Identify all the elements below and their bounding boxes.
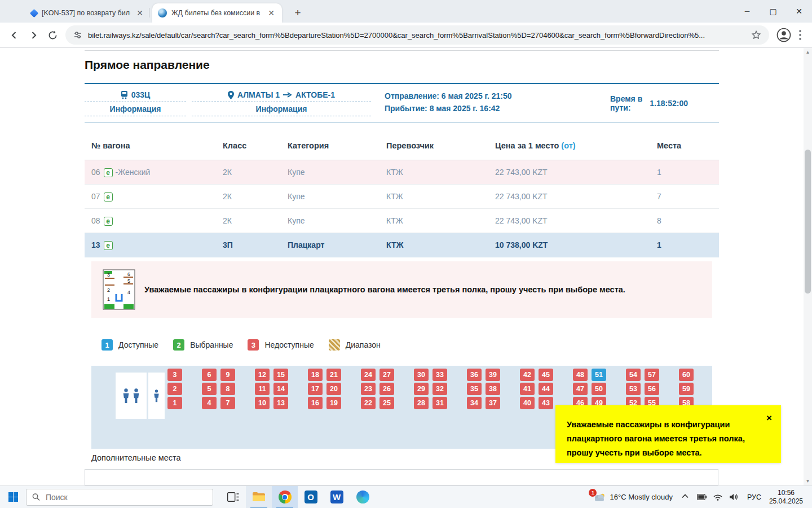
site-info-icon[interactable] (73, 30, 82, 40)
seat-36[interactable]: 36 (467, 369, 482, 381)
seat-60[interactable]: 60 (679, 369, 694, 381)
route-info-link[interactable]: Информация (192, 102, 371, 116)
seat-3[interactable]: 3 (167, 369, 182, 381)
word-button[interactable]: W (324, 486, 350, 508)
seat-48[interactable]: 48 (573, 369, 588, 381)
table-row[interactable]: 13e3ППлацкартКТЖ10 738,00 KZT1 (85, 233, 719, 257)
seat-5[interactable]: 5 (202, 383, 217, 395)
volume-icon[interactable] (729, 493, 738, 501)
weather-widget[interactable]: 1 16°C Mostly cloudy (593, 493, 672, 502)
seat-2[interactable]: 2 (167, 383, 182, 395)
table-row[interactable]: 06e-Женский2ККупеКТЖ22 743,00 KZT1 (85, 160, 719, 185)
train-number-link[interactable]: 033Ц (85, 88, 186, 102)
seat-57[interactable]: 57 (645, 369, 659, 381)
maximize-button[interactable]: ▢ (760, 0, 786, 23)
network-icon[interactable] (713, 494, 722, 501)
seat-47[interactable]: 47 (573, 383, 588, 395)
tooltip-close-icon[interactable]: × (766, 411, 772, 425)
seat-31[interactable]: 31 (433, 397, 447, 409)
chrome-button[interactable] (272, 486, 298, 508)
url-text[interactable]: bilet.railways.kz/sale/default/car/searc… (88, 31, 751, 40)
scroll-down-icon[interactable]: ▼ (804, 479, 812, 484)
edge-button[interactable] (350, 486, 376, 508)
seat-9[interactable]: 9 (220, 369, 235, 381)
start-button[interactable] (0, 486, 26, 508)
seat-6[interactable]: 6 (202, 369, 217, 381)
close-window-button[interactable]: ✕ (786, 0, 812, 23)
seat-29[interactable]: 29 (414, 383, 429, 395)
taskbar-clock[interactable]: 10:56 25.04.2025 (769, 489, 803, 506)
seat-15[interactable]: 15 (273, 369, 288, 381)
minimize-button[interactable]: ─ (734, 0, 760, 23)
profile-avatar[interactable] (775, 26, 793, 44)
seat-33[interactable]: 33 (433, 369, 447, 381)
task-view-button[interactable] (220, 486, 246, 508)
seat-59[interactable]: 59 (679, 383, 694, 395)
bookmark-star-icon[interactable] (751, 30, 761, 40)
tab-close-icon[interactable]: ✕ (266, 8, 276, 17)
taskbar-search[interactable] (26, 489, 213, 506)
page-scrollbar[interactable]: ▲ ▼ (804, 48, 812, 485)
tab-close-icon[interactable]: ✕ (135, 8, 145, 17)
seat-41[interactable]: 41 (520, 383, 535, 395)
seat-40[interactable]: 40 (520, 397, 535, 409)
seat-44[interactable]: 44 (539, 383, 553, 395)
seat-7[interactable]: 7 (220, 397, 235, 409)
browser-menu-icon[interactable] (793, 26, 807, 44)
seat-16[interactable]: 16 (308, 397, 323, 409)
seat-10[interactable]: 10 (255, 397, 270, 409)
seat-34[interactable]: 34 (467, 397, 482, 409)
seat-24[interactable]: 24 (361, 369, 376, 381)
new-tab-button[interactable]: + (290, 5, 306, 21)
seat-1[interactable]: 1 (167, 397, 182, 409)
seat-18[interactable]: 18 (308, 369, 323, 381)
scroll-up-icon[interactable]: ▲ (804, 50, 812, 55)
seat-32[interactable]: 32 (433, 383, 447, 395)
seat-20[interactable]: 20 (326, 383, 341, 395)
table-row[interactable]: 07e2ККупеКТЖ22 743,00 KZT7 (85, 185, 719, 209)
back-button[interactable] (5, 25, 24, 45)
table-row[interactable]: 08e2ККупеКТЖ22 743,00 KZT8 (85, 209, 719, 233)
seat-30[interactable]: 30 (414, 369, 429, 381)
seat-23[interactable]: 23 (361, 383, 376, 395)
seat-8[interactable]: 8 (220, 383, 235, 395)
seat-25[interactable]: 25 (379, 397, 394, 409)
seat-39[interactable]: 39 (486, 369, 500, 381)
route-link[interactable]: АЛМАТЫ 1 АКТОБЕ-1 (192, 88, 371, 102)
seat-19[interactable]: 19 (326, 397, 341, 409)
seat-27[interactable]: 27 (379, 369, 394, 381)
seat-37[interactable]: 37 (486, 397, 500, 409)
seat-43[interactable]: 43 (539, 397, 553, 409)
seat-17[interactable]: 17 (308, 383, 323, 395)
seat-50[interactable]: 50 (592, 383, 606, 395)
browser-tab-railways[interactable]: ЖД билеты без комиссии в Ка ✕ (152, 3, 282, 23)
seat-4[interactable]: 4 (202, 397, 217, 409)
seat-12[interactable]: 12 (255, 369, 270, 381)
seat-45[interactable]: 45 (539, 369, 553, 381)
seat-11[interactable]: 11 (255, 383, 270, 395)
address-bar[interactable]: bilet.railways.kz/sale/default/car/searc… (65, 25, 769, 45)
tray-expand-icon[interactable] (682, 492, 689, 500)
outlook-button[interactable]: O (298, 486, 324, 508)
seat-21[interactable]: 21 (326, 369, 341, 381)
forward-button[interactable] (24, 25, 43, 45)
seat-26[interactable]: 26 (379, 383, 394, 395)
seat-28[interactable]: 28 (414, 397, 429, 409)
seat-53[interactable]: 53 (626, 383, 641, 395)
seat-56[interactable]: 56 (645, 383, 659, 395)
seat-14[interactable]: 14 (273, 383, 288, 395)
browser-tab-jira[interactable]: [KON-537] по возврату билето ✕ (25, 3, 151, 23)
train-info-link[interactable]: Информация (85, 102, 186, 116)
seat-22[interactable]: 22 (361, 397, 376, 409)
price-from-link[interactable]: (от) (561, 141, 575, 150)
scrollbar-thumb[interactable] (805, 150, 811, 294)
seat-42[interactable]: 42 (520, 369, 535, 381)
search-input[interactable] (45, 492, 207, 502)
reload-button[interactable] (43, 25, 62, 45)
seat-35[interactable]: 35 (467, 383, 482, 395)
seat-51[interactable]: 51 (592, 369, 606, 381)
battery-icon[interactable] (697, 494, 707, 500)
file-explorer-button[interactable] (246, 486, 272, 508)
language-indicator[interactable]: РУС (747, 493, 761, 501)
seat-54[interactable]: 54 (626, 369, 641, 381)
